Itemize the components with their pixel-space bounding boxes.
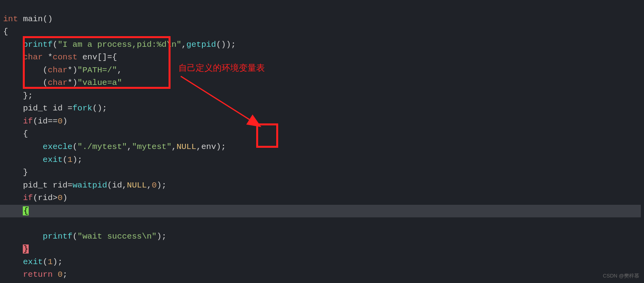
- code-line: {: [3, 129, 28, 138]
- code-line: pid_t id =fork();: [3, 104, 107, 113]
- code-line: if(id==0): [3, 117, 68, 126]
- code-line: exit(1);: [3, 155, 83, 164]
- code-line: if(rid>0): [3, 193, 68, 202]
- code-line: int main(): [3, 15, 53, 24]
- matching-brace-open: {: [23, 206, 29, 215]
- code-line: return 0;: [3, 270, 68, 279]
- code-line: }: [3, 244, 29, 254]
- code-line: pid_t rid=waitpid(id,NULL,0);: [3, 181, 167, 190]
- annotation-text: 自己定义的环境变量表: [178, 61, 265, 75]
- highlighted-line: {: [0, 205, 641, 218]
- code-line: execle("./mytest","mytest",NULL,env);: [3, 142, 226, 151]
- code-line: (char*)"PATH=/",: [3, 66, 122, 75]
- code-line: }: [3, 168, 28, 177]
- matching-brace-close: }: [23, 244, 29, 254]
- code-line: {: [3, 27, 8, 36]
- watermark: CSDN @樊梓慕: [603, 272, 639, 280]
- code-line: };: [3, 91, 33, 100]
- code-line: exit(1);: [3, 257, 62, 266]
- code-line: char *const env[]={: [3, 53, 117, 62]
- code-line: printf("I am a process,pid:%d\n",getpid(…: [3, 40, 236, 49]
- code-line: (char*)"value=a": [3, 78, 122, 87]
- code-line: printf("wait success\n");: [3, 232, 167, 241]
- code-block: int main() { printf("I am a process,pid:…: [0, 0, 644, 283]
